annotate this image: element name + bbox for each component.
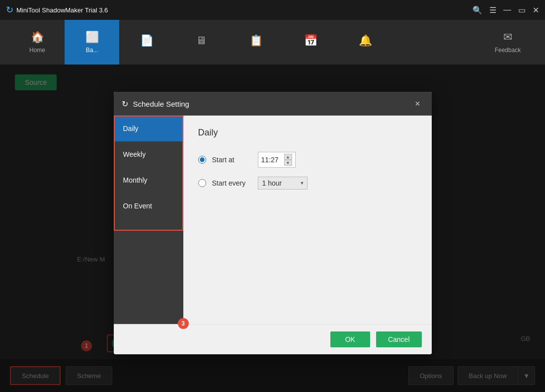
tools-icon: 📋: [249, 34, 263, 47]
ok-button[interactable]: OK: [330, 331, 370, 347]
app-title: MiniTool ShadowMaker Trial 3.6: [16, 6, 108, 14]
dialog-footer: OK Cancel: [114, 324, 432, 354]
nav-item-restore[interactable]: 📄: [119, 20, 174, 65]
restore-icon: 📄: [140, 34, 154, 47]
notif-icon: 🔔: [359, 34, 372, 47]
nav-bar: 🏠 Home ⬜ Ba... 📄 🖥 📋 📅 🔔 ✉ Feedback: [0, 20, 545, 65]
nav-label-home: Home: [29, 47, 45, 54]
start-at-radio[interactable]: [198, 156, 206, 164]
backup-icon: ⬜: [85, 31, 99, 44]
nav-item-home[interactable]: 🏠 Home: [10, 20, 65, 65]
time-down-button[interactable]: ▼: [284, 160, 292, 166]
logo-icon: ↻: [6, 4, 13, 15]
cancel-button[interactable]: Cancel: [376, 331, 422, 347]
hour-select[interactable]: 1 hour 2 hours 3 hours 4 hours 6 hours 8…: [258, 177, 308, 190]
sidebar-item-daily[interactable]: Daily: [114, 116, 183, 141]
nav-item-connect[interactable]: 🖥: [174, 20, 229, 65]
event-icon: 📅: [304, 34, 317, 47]
step-badge-3: 3: [178, 318, 189, 329]
maximize-button[interactable]: ▭: [518, 5, 526, 15]
window-controls: 🔍 ☰ — ▭ ✕: [472, 5, 539, 15]
dialog-content-title: Daily: [198, 128, 417, 138]
nav-item-notifications[interactable]: 🔔: [338, 20, 392, 65]
hour-select-wrapper: 1 hour 2 hours 3 hours 4 hours 6 hours 8…: [258, 177, 308, 190]
close-button[interactable]: ✕: [533, 5, 539, 15]
nav-item-event[interactable]: 📅: [283, 20, 338, 65]
start-every-label: Start every: [212, 179, 252, 187]
start-every-row: Start every 1 hour 2 hours 3 hours 4 hou…: [198, 177, 417, 190]
feedback-icon: ✉: [503, 31, 512, 44]
connect-icon: 🖥: [196, 34, 207, 47]
sidebar-item-weekly[interactable]: Weekly: [114, 141, 183, 167]
time-up-button[interactable]: ▲: [284, 154, 292, 160]
start-at-row: Start at 11:27 ▲ ▼: [198, 152, 417, 168]
menu-icon[interactable]: ☰: [489, 5, 496, 15]
nav-label-feedback: Feedback: [495, 47, 521, 54]
time-value: 11:27: [261, 156, 281, 164]
dialog-sidebar: Daily Weekly Monthly On Event 3: [114, 116, 183, 324]
time-input-wrapper: 11:27 ▲ ▼: [258, 152, 296, 168]
schedule-dialog: ↻ Schedule Setting × Daily Weekly Monthl…: [114, 92, 432, 354]
title-bar: ↻ MiniTool ShadowMaker Trial 3.6 🔍 ☰ — ▭…: [0, 0, 545, 20]
app-logo: ↻ MiniTool ShadowMaker Trial 3.6: [6, 4, 108, 15]
start-at-label: Start at: [212, 156, 252, 164]
dialog-header: ↻ Schedule Setting ×: [114, 92, 432, 116]
nav-item-feedback[interactable]: ✉ Feedback: [480, 20, 535, 65]
dialog-sync-icon: ↻: [122, 99, 128, 108]
nav-item-backup[interactable]: ⬜ Ba...: [65, 20, 119, 65]
time-spinners: ▲ ▼: [284, 154, 292, 166]
nav-label-backup: Ba...: [86, 47, 98, 54]
nav-item-tools[interactable]: 📋: [229, 20, 283, 65]
home-icon: 🏠: [31, 31, 44, 44]
sidebar-item-on-event[interactable]: On Event: [114, 193, 183, 219]
dialog-body: Daily Weekly Monthly On Event 3: [114, 116, 432, 324]
minimize-button[interactable]: —: [503, 5, 511, 14]
search-icon[interactable]: 🔍: [472, 5, 482, 15]
dialog-title: Schedule Setting: [133, 99, 189, 108]
dialog-main: Daily Start at 11:27 ▲ ▼: [183, 116, 432, 324]
dialog-close-button[interactable]: ×: [412, 98, 424, 110]
sidebar-item-monthly[interactable]: Monthly: [114, 167, 183, 193]
main-content: Source E:/New M GB ON 2 Schedule Scheme …: [0, 65, 545, 392]
start-every-radio[interactable]: [198, 179, 206, 187]
